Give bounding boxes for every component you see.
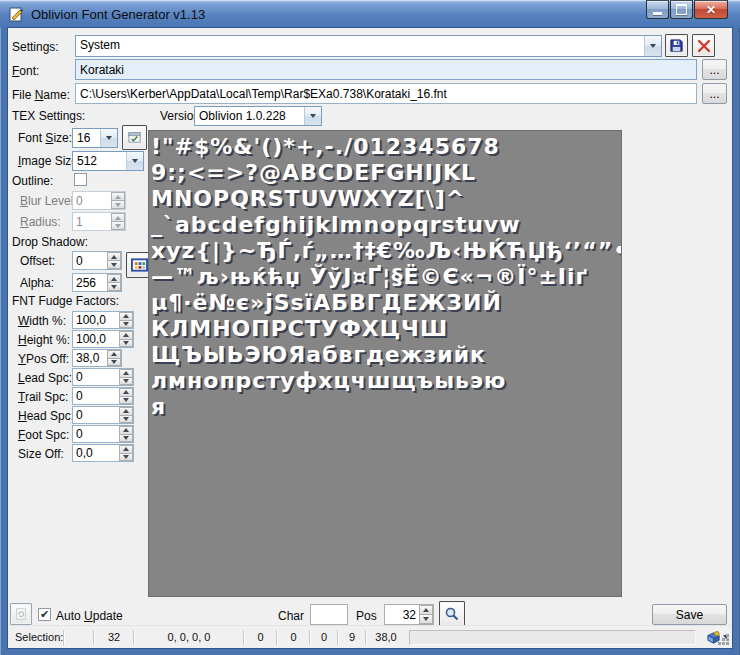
spin-up-icon[interactable] bbox=[111, 213, 125, 222]
file-name-input[interactable] bbox=[75, 83, 697, 104]
save-button[interactable]: Save bbox=[652, 604, 727, 625]
spin-down-icon[interactable] bbox=[119, 416, 133, 424]
auto-update-checkbox[interactable] bbox=[38, 608, 51, 621]
char-input[interactable] bbox=[310, 604, 348, 625]
width-pct-value[interactable] bbox=[73, 312, 119, 328]
size-off-spinner[interactable] bbox=[72, 444, 134, 462]
pos-value[interactable] bbox=[385, 605, 419, 624]
outline-checkbox[interactable] bbox=[74, 173, 87, 186]
preview-zoom-button[interactable] bbox=[439, 601, 465, 627]
spin-up-icon[interactable] bbox=[107, 252, 121, 261]
spin-down-icon[interactable] bbox=[119, 397, 133, 405]
image-size-combobox-value: 512 bbox=[73, 152, 126, 170]
resize-grip[interactable] bbox=[726, 642, 729, 645]
minimize-button[interactable] bbox=[646, 0, 669, 19]
spin-up-icon[interactable] bbox=[119, 388, 133, 397]
texture-tool-icon bbox=[706, 630, 721, 645]
spin-up-icon[interactable] bbox=[119, 369, 133, 378]
foot-spc-spinner[interactable] bbox=[72, 425, 134, 443]
spin-up-icon[interactable] bbox=[419, 605, 433, 615]
alpha-spinner[interactable] bbox=[72, 273, 122, 292]
spin-down-icon[interactable] bbox=[119, 435, 133, 443]
spin-down-icon[interactable] bbox=[119, 454, 133, 462]
spin-down-icon[interactable] bbox=[111, 201, 125, 209]
spin-up-icon[interactable] bbox=[119, 426, 133, 435]
char-label: Char bbox=[278, 609, 304, 623]
spin-up-icon[interactable] bbox=[119, 407, 133, 416]
close-button[interactable]: ✕ bbox=[694, 0, 728, 19]
chevron-down-icon[interactable] bbox=[126, 152, 143, 170]
maximize-button[interactable] bbox=[670, 0, 693, 19]
radius-spinner[interactable] bbox=[72, 212, 126, 231]
app-icon bbox=[9, 6, 25, 22]
status-cell: 38,0 bbox=[367, 627, 405, 647]
titlebar[interactable]: Oblivion Font Generator v1.13 ✕ bbox=[0, 0, 740, 28]
spin-down-icon[interactable] bbox=[107, 261, 121, 269]
trail-spc-spinner[interactable] bbox=[72, 387, 134, 405]
font-size-combobox[interactable]: 16 bbox=[72, 128, 118, 148]
spin-down-icon[interactable] bbox=[111, 222, 125, 230]
lead-spc-label: Lead Spc: bbox=[18, 371, 72, 385]
width-pct-spinner[interactable] bbox=[72, 311, 134, 329]
spin-down-icon[interactable] bbox=[119, 378, 133, 386]
preview-line: MNOPQRSTUVWXYZ[\]^ bbox=[151, 186, 619, 212]
settings-combobox[interactable]: System bbox=[75, 35, 662, 57]
charset-dialog-button[interactable] bbox=[122, 125, 147, 150]
spin-up-icon[interactable] bbox=[119, 331, 133, 340]
alpha-value[interactable] bbox=[73, 274, 107, 291]
glyph-preview[interactable]: !"#$%&'()*+,-./012345678 9:;<=>?@ABCDEFG… bbox=[148, 130, 622, 597]
size-off-label: Size Off: bbox=[18, 447, 64, 461]
spin-up-icon[interactable] bbox=[111, 192, 125, 201]
outline-label: Outline: bbox=[12, 174, 53, 188]
head-spc-spinner[interactable] bbox=[72, 406, 134, 424]
preview-line: xyz{|}~ЂЃ‚ѓ„…†‡€‰Љ‹ЊЌЋЏђ‘’“”•– bbox=[151, 238, 619, 264]
height-pct-value[interactable] bbox=[73, 331, 119, 347]
refresh-preview-button[interactable] bbox=[10, 603, 32, 625]
lead-spc-spinner[interactable] bbox=[72, 368, 134, 386]
pos-label: Pos bbox=[356, 609, 377, 623]
spin-down-icon[interactable] bbox=[119, 321, 133, 329]
font-browse-button[interactable]: ... bbox=[702, 59, 727, 80]
height-pct-spinner[interactable] bbox=[72, 330, 134, 348]
image-size-combobox[interactable]: 512 bbox=[72, 151, 144, 171]
head-spc-value[interactable] bbox=[73, 407, 119, 423]
pos-spinner[interactable] bbox=[384, 604, 434, 625]
spin-up-icon[interactable] bbox=[107, 274, 121, 283]
offset-value[interactable] bbox=[73, 252, 107, 269]
ypos-off-spinner[interactable] bbox=[72, 349, 122, 367]
spin-up-icon[interactable] bbox=[119, 445, 133, 454]
offset-spinner[interactable] bbox=[72, 251, 122, 270]
spin-down-icon[interactable] bbox=[119, 340, 133, 348]
radius-value[interactable] bbox=[73, 213, 111, 230]
chevron-down-icon[interactable] bbox=[644, 36, 661, 56]
ypos-off-value[interactable] bbox=[73, 350, 107, 366]
status-cell: 0 bbox=[311, 627, 337, 647]
client-area: Settings: System Font: ... File Name: ..… bbox=[8, 28, 732, 648]
font-input[interactable] bbox=[75, 59, 697, 80]
blur-level-spinner[interactable] bbox=[72, 191, 126, 210]
delete-settings-button[interactable] bbox=[692, 34, 715, 57]
spin-up-icon[interactable] bbox=[119, 312, 133, 321]
height-pct-label: Height %: bbox=[18, 333, 70, 347]
spin-up-icon[interactable] bbox=[107, 350, 121, 359]
blur-level-value[interactable] bbox=[73, 192, 111, 209]
status-cell: 0, 0, 0, 0 bbox=[135, 627, 243, 647]
chevron-down-icon[interactable] bbox=[304, 107, 321, 125]
foot-spc-value[interactable] bbox=[73, 426, 119, 442]
spin-down-icon[interactable] bbox=[107, 283, 121, 291]
foot-spc-label: Foot Spc: bbox=[18, 428, 69, 442]
size-off-value[interactable] bbox=[73, 445, 119, 461]
preview-line: 9:;<=>?@ABCDEFGHIJKL bbox=[151, 160, 619, 186]
chevron-down-icon[interactable] bbox=[100, 129, 117, 147]
floppy-disk-icon bbox=[669, 38, 684, 53]
lead-spc-value[interactable] bbox=[73, 369, 119, 385]
save-settings-button[interactable] bbox=[665, 34, 688, 57]
font-size-label: Font Size: bbox=[18, 131, 72, 145]
file-browse-button[interactable]: ... bbox=[702, 83, 727, 104]
trail-spc-value[interactable] bbox=[73, 388, 119, 404]
version-combobox[interactable]: Oblivion 1.0.228 bbox=[194, 106, 322, 126]
spin-down-icon[interactable] bbox=[107, 359, 121, 367]
spin-down-icon[interactable] bbox=[419, 615, 433, 624]
color-palette-icon bbox=[131, 258, 148, 272]
fnt-fudge-header: FNT Fudge Factors: bbox=[12, 294, 119, 308]
